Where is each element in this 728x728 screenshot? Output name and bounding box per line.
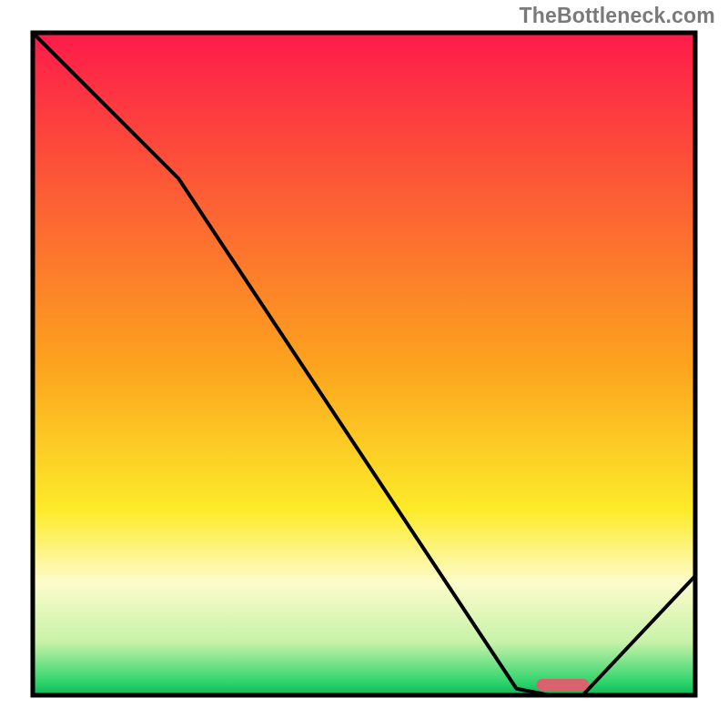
chart-container: TheBottleneck.com [0, 0, 728, 728]
optimal-range-marker [536, 679, 589, 691]
bottleneck-chart [0, 0, 728, 728]
watermark-text: TheBottleneck.com [519, 4, 715, 28]
